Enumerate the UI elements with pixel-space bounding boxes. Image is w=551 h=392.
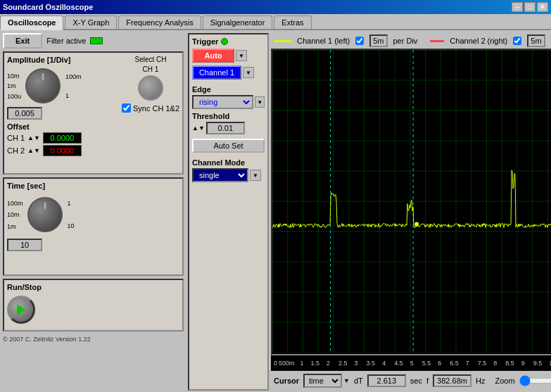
amplitude-knob[interactable]	[25, 68, 61, 103]
xaxis-6-5: 6.5	[450, 360, 459, 367]
time-title: Time [sec]	[7, 182, 179, 190]
xaxis-500m: 500m	[279, 360, 295, 367]
channel-mode-dropdown[interactable]: ▼	[250, 170, 261, 181]
ch1-label: CH 1	[143, 65, 159, 73]
trigger-mode-dropdown[interactable]: ▼	[236, 50, 247, 61]
channel-bar: Channel 1 (left) 5m per Div Channel 2 (r…	[271, 33, 551, 49]
exit-button[interactable]: Exit	[3, 33, 42, 49]
trigger-channel-dropdown[interactable]: ▼	[243, 67, 254, 78]
trigger-area: Trigger Auto ▼ Channel 1 ▼ Edge rising	[186, 30, 271, 392]
minimize-button[interactable]: ─	[512, 2, 523, 12]
xaxis-5: 5	[410, 360, 414, 367]
ch2-checkbox[interactable]	[513, 37, 521, 45]
time-knob-area	[26, 196, 65, 234]
trigger-channel-button[interactable]: Channel 1	[192, 65, 241, 80]
main-window: Oscilloscope X-Y Graph Frequency Analysi…	[0, 14, 551, 392]
runstop-section: Run/Stop	[3, 279, 184, 331]
close-button[interactable]: ✕	[537, 2, 548, 12]
xaxis-5-5: 5.5	[422, 360, 431, 367]
osc-canvas	[272, 50, 551, 353]
maximize-button[interactable]: □	[524, 2, 536, 12]
amplitude-value-input[interactable]	[7, 107, 42, 120]
ch2-offset-input[interactable]	[43, 145, 82, 156]
run-stop-button[interactable]	[7, 296, 35, 324]
auto-set-button[interactable]: Auto Set	[192, 139, 265, 153]
right-panel: Channel 1 (left) 5m per Div Channel 2 (r…	[271, 30, 551, 392]
oscilloscope-display[interactable]	[271, 49, 551, 355]
left-panel: Exit Filter active Amplitude [1/Div] 10m…	[0, 30, 186, 392]
xaxis-7-5: 7.5	[478, 360, 487, 367]
cursor-type-select[interactable]: time	[303, 374, 342, 388]
title-bar: Soundcard Oszilloscope ─ □ ✕	[0, 0, 551, 14]
ch1-checkbox[interactable]	[355, 37, 364, 45]
content-area: Exit Filter active Amplitude [1/Div] 10m…	[0, 30, 551, 392]
xaxis-6: 6	[438, 360, 441, 367]
tab-xy-graph[interactable]: X-Y Graph	[65, 15, 117, 29]
xaxis-8: 8	[493, 360, 497, 367]
tab-signalgenerator[interactable]: Signalgenerator	[203, 15, 273, 29]
xaxis-1: 1	[300, 360, 304, 367]
zoom-slider[interactable]	[519, 375, 551, 386]
ch1-per-div-unit: per Div	[393, 37, 418, 45]
amplitude-section: Amplitude [1/Div] 10m 1m 100u	[3, 51, 184, 175]
xaxis-9: 9	[521, 360, 525, 367]
ch1-offset-input[interactable]	[43, 132, 82, 144]
time-scale-right: 1 10	[68, 193, 75, 237]
offset-label: Offset	[7, 122, 30, 131]
trigger-mode-button[interactable]: Auto	[192, 49, 234, 63]
xaxis-zero: 0	[274, 360, 277, 367]
xaxis-2-5: 2.5	[338, 360, 348, 367]
edge-label: Edge	[192, 85, 265, 94]
ch1-indicator[interactable]	[138, 75, 163, 101]
ch2-offset-label: CH 2	[7, 146, 25, 155]
channel-mode-select[interactable]: single	[192, 168, 248, 182]
amplitude-scale-labels: 10m 1m 100u	[7, 71, 21, 101]
amplitude-title: Amplitude [1/Div]	[7, 56, 82, 64]
amplitude-scale-right: 100m 1	[65, 68, 82, 106]
threshold-input[interactable]	[206, 122, 245, 134]
tab-frequency-analysis[interactable]: Frequency Analysis	[118, 15, 201, 29]
select-ch-area: Select CH CH 1 Sync CH 1&2	[122, 56, 179, 113]
time-section: Time [sec] 100m 10m 1m 1 10	[3, 177, 184, 276]
ch2-per-div: 5m	[527, 34, 545, 47]
play-icon	[17, 304, 25, 315]
xaxis-9-5: 9.5	[533, 360, 543, 367]
edge-select[interactable]: rising	[192, 95, 253, 109]
filter-label: Filter active	[46, 37, 86, 45]
tab-oscilloscope[interactable]: Oscilloscope	[0, 15, 63, 30]
trigger-title: Trigger	[192, 37, 218, 46]
ch1-channel-label: Channel 1 (left)	[297, 37, 350, 45]
edge-section: Edge rising ▼	[192, 85, 265, 109]
window-controls: ─ □ ✕	[512, 2, 548, 12]
tab-bar: Oscilloscope X-Y Graph Frequency Analysi…	[0, 14, 551, 30]
channel-mode-section: Channel Mode single ▼	[192, 158, 265, 182]
runstop-title: Run/Stop	[7, 283, 179, 291]
tab-extras[interactable]: Extras	[274, 15, 311, 29]
xaxis-4-5: 4.5	[394, 360, 403, 367]
time-scale-labels: 100m 10m 1m	[7, 198, 23, 232]
xaxis-3-5: 3.5	[367, 360, 376, 367]
sync-checkbox[interactable]	[122, 103, 131, 113]
copyright-area: © 2007 C. Zeitnitz Version 1.22	[3, 334, 184, 343]
dt-value: 2.613	[367, 374, 406, 387]
threshold-section: Threshold ▲▼	[192, 112, 265, 134]
xaxis-3: 3	[355, 360, 358, 367]
sync-label: Sync CH 1&2	[133, 104, 179, 113]
time-value-input[interactable]	[7, 239, 42, 251]
cursor-label: Cursor	[274, 377, 299, 385]
select-ch-label: Select CH	[134, 56, 166, 63]
amplitude-knob-area	[24, 67, 63, 106]
f-unit: Hz	[476, 377, 485, 385]
ch2-color-line	[430, 40, 444, 42]
threshold-label: Threshold	[192, 112, 265, 120]
ch2-channel-label: Channel 2 (right)	[450, 37, 507, 45]
xaxis-1-5: 1.5	[311, 360, 320, 367]
trigger-led	[221, 38, 228, 45]
dt-unit: sec	[410, 377, 422, 385]
exit-filter-row: Exit Filter active	[3, 33, 184, 49]
ch1-color-line	[274, 40, 291, 42]
offset-section: Offset CH 1 ▲▼ CH 2 ▲▼	[7, 122, 179, 156]
filter-led	[90, 37, 103, 44]
time-knob[interactable]	[27, 197, 63, 232]
edge-dropdown-arrow[interactable]: ▼	[255, 96, 265, 108]
